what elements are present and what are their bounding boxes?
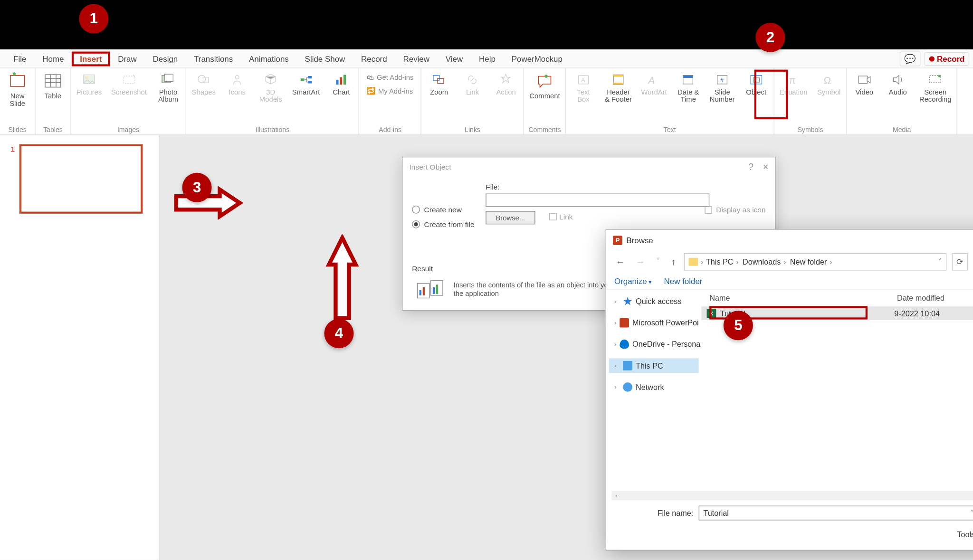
tab-slideshow[interactable]: Slide Show (297, 51, 353, 66)
create-new-radio[interactable]: Create new (412, 206, 474, 214)
smartart-button[interactable]: SmartArt (291, 71, 321, 97)
tree-quick-access[interactable]: ›Quick access (609, 294, 699, 309)
file-path-input[interactable] (486, 193, 709, 207)
tab-insert[interactable]: Insert (72, 51, 110, 66)
svg-rect-15 (344, 75, 346, 85)
svg-text:A: A (581, 76, 585, 84)
shapes-button[interactable]: Shapes (191, 71, 217, 97)
action-button[interactable]: Action (493, 71, 519, 97)
wordart-button[interactable]: AWordArt (640, 71, 668, 97)
new-slide-button[interactable]: New Slide (4, 71, 30, 108)
browse-button[interactable]: Browse... (486, 211, 535, 224)
tab-draw[interactable]: Draw (110, 51, 144, 66)
svg-rect-4 (124, 76, 134, 84)
group-comments: Comments (528, 124, 561, 134)
create-from-file-radio[interactable]: Create from file (412, 220, 474, 228)
photo-album-button[interactable]: Photo Album (155, 71, 181, 104)
slide-thumbnails-pane[interactable]: 1 (0, 135, 160, 560)
new-folder-button[interactable]: New folder (664, 276, 703, 286)
slide-number-button[interactable]: #Slide Number (708, 71, 736, 104)
tools-menu[interactable]: Tools (957, 531, 973, 539)
comment-button[interactable]: Comment (528, 71, 562, 101)
object-button[interactable]: Object (743, 71, 769, 97)
crumb-downloads[interactable]: Downloads (743, 258, 787, 266)
tab-animations[interactable]: Animations (241, 51, 297, 66)
header-footer-button[interactable]: Header & Footer (603, 71, 633, 104)
tab-design[interactable]: Design (145, 51, 186, 66)
table-button[interactable]: Table (39, 71, 66, 101)
symbol-button[interactable]: ΩSymbol (815, 71, 842, 97)
record-button[interactable]: Record (924, 52, 969, 66)
equation-button[interactable]: πEquation (778, 71, 809, 97)
refresh-icon[interactable]: ⟳ (952, 253, 968, 271)
address-bar[interactable]: › This PC Downloads New folder ˅ (684, 253, 947, 271)
icons-button[interactable]: Icons (224, 71, 250, 97)
svg-text:π: π (789, 75, 795, 85)
link-button[interactable]: Link (459, 71, 486, 97)
3d-models-button[interactable]: 3D Models (258, 71, 284, 104)
workspace: 1 Insert Object ? × C (0, 135, 973, 560)
crumb-new-folder[interactable]: New folder (790, 258, 833, 266)
nav-recent-icon[interactable]: ˅ (653, 255, 663, 268)
col-date[interactable]: Date modified (894, 293, 973, 304)
get-addins-button[interactable]: 🛍Get Add-ins (363, 71, 417, 83)
screenshot-button[interactable]: Screenshot (110, 71, 148, 97)
tree-onedrive[interactable]: ›OneDrive - Persona (609, 337, 699, 351)
col-name[interactable]: Name (707, 293, 895, 304)
file-name-value: Tutorial (704, 509, 729, 517)
nav-tree[interactable]: ›Quick access ›Microsoft PowerPoi ›OneDr… (606, 290, 701, 491)
comment-label: Comment (529, 93, 560, 100)
my-addins-button[interactable]: 🔁My Add-ins (363, 85, 417, 97)
organize-menu[interactable]: Organize (614, 276, 652, 286)
file-name-input[interactable]: Tutorial˅ (699, 506, 973, 521)
crumb-this-pc[interactable]: This PC (706, 258, 740, 266)
tab-review[interactable]: Review (395, 51, 438, 66)
screen-recording-button[interactable]: Screen Recording (918, 71, 953, 104)
annotation-arrow-4 (325, 235, 359, 322)
ribbon-tabs: File Home Insert Draw Design Transitions… (0, 49, 973, 68)
get-addins-label: Get Add-ins (377, 73, 413, 81)
tab-help[interactable]: Help (471, 51, 504, 66)
dialog-help-icon[interactable]: ? (748, 161, 754, 172)
pictures-label: Pictures (76, 88, 102, 96)
nav-back-icon[interactable]: ← (613, 255, 628, 268)
display-as-icon-checkbox[interactable]: Display as icon (705, 206, 765, 214)
slide-number: 1 (11, 145, 15, 213)
nav-up-icon[interactable]: ↑ (668, 255, 678, 268)
slide-canvas[interactable]: Insert Object ? × Create new Create from… (160, 135, 973, 560)
nav-forward-icon[interactable]: → (633, 255, 648, 268)
dialog-close-icon[interactable]: × (763, 161, 769, 172)
horizontal-scrollbar[interactable]: ‹› (606, 491, 973, 501)
svg-rect-37 (420, 290, 421, 295)
svg-rect-40 (436, 285, 438, 294)
group-links: Links (465, 124, 480, 134)
tree-network[interactable]: ›Network (609, 380, 699, 394)
video-button[interactable]: Video (851, 71, 878, 97)
tab-home[interactable]: Home (34, 51, 72, 66)
tree-this-pc[interactable]: ›This PC (609, 358, 699, 373)
comments-pane-icon[interactable]: 💬 (899, 52, 920, 66)
svg-text:#: # (720, 76, 724, 84)
pictures-button[interactable]: Pictures (75, 71, 103, 97)
tab-view[interactable]: View (438, 51, 471, 66)
tree-net-label: Network (636, 383, 664, 391)
svg-rect-1 (45, 75, 61, 87)
zoom-button[interactable]: Zoom (426, 71, 452, 97)
svg-point-9 (235, 76, 239, 79)
tab-transitions[interactable]: Transitions (186, 51, 241, 66)
chart-button[interactable]: Chart (328, 71, 354, 97)
text-box-button[interactable]: AText Box (570, 71, 597, 104)
date-time-label: Date & Time (677, 88, 699, 103)
audio-button[interactable]: Audio (885, 71, 911, 97)
tab-record[interactable]: Record (353, 51, 395, 66)
create-from-file-label: Create from file (424, 220, 475, 228)
link-checkbox[interactable]: Link (549, 213, 573, 221)
tab-powermockup[interactable]: PowerMockup (504, 51, 571, 66)
slide-thumbnail-1[interactable] (20, 145, 142, 213)
dialog-title: Insert Object (410, 163, 451, 171)
date-time-button[interactable]: Date & Time (675, 71, 702, 104)
file-date: 9-2022 10:04 (894, 309, 973, 317)
tree-powerpoint[interactable]: ›Microsoft PowerPoi (609, 315, 699, 330)
tab-file[interactable]: File (5, 51, 34, 66)
create-new-label: Create new (424, 206, 462, 214)
